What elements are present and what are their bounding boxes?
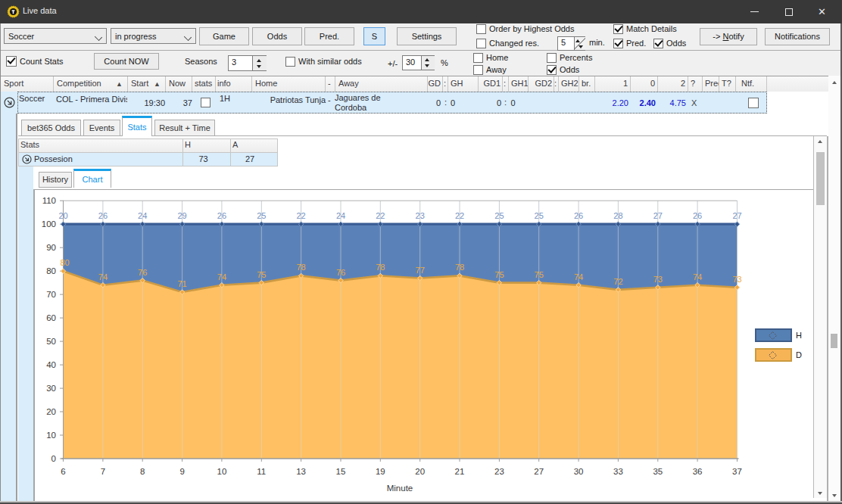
svg-text:20: 20	[46, 407, 56, 416]
svg-text:75: 75	[494, 270, 504, 279]
svg-text:73: 73	[653, 275, 663, 284]
svg-text:25: 25	[494, 211, 504, 220]
svg-text:20: 20	[415, 467, 425, 476]
svg-text:75: 75	[535, 270, 544, 279]
svg-text:80: 80	[46, 266, 56, 275]
svg-text:28: 28	[613, 211, 622, 220]
svg-text:7: 7	[101, 467, 105, 476]
svg-text:24: 24	[138, 211, 147, 220]
svg-text:22: 22	[296, 211, 305, 220]
svg-text:15: 15	[336, 467, 346, 476]
svg-text:33: 33	[613, 467, 623, 476]
svg-text:73: 73	[732, 275, 741, 284]
svg-text:27: 27	[732, 211, 741, 220]
svg-text:27: 27	[653, 211, 663, 220]
svg-text:76: 76	[336, 268, 345, 277]
svg-text:0: 0	[51, 454, 56, 463]
svg-text:21: 21	[455, 467, 465, 476]
svg-text:80: 80	[60, 258, 69, 267]
svg-text:110: 110	[42, 196, 56, 205]
svg-text:9: 9	[179, 467, 184, 476]
svg-text:74: 74	[217, 272, 226, 282]
svg-text:26: 26	[98, 211, 108, 220]
svg-text:8: 8	[140, 467, 145, 476]
svg-text:74: 74	[574, 272, 583, 282]
svg-text:77: 77	[416, 266, 425, 275]
svg-text:26: 26	[574, 211, 583, 220]
svg-text:72: 72	[613, 277, 622, 286]
svg-text:10: 10	[217, 467, 227, 476]
svg-text:75: 75	[257, 270, 266, 279]
svg-text:70: 70	[46, 290, 56, 299]
svg-text:90: 90	[46, 243, 56, 252]
svg-text:74: 74	[98, 272, 108, 282]
svg-text:10: 10	[46, 431, 56, 440]
svg-text:22: 22	[455, 211, 464, 220]
svg-text:71: 71	[177, 279, 186, 288]
svg-text:23: 23	[494, 467, 504, 476]
svg-text:78: 78	[455, 263, 464, 272]
svg-text:76: 76	[138, 268, 147, 277]
svg-text:25: 25	[257, 211, 266, 220]
svg-text:35: 35	[653, 467, 663, 476]
svg-text:50: 50	[46, 337, 56, 346]
svg-text:36: 36	[693, 467, 703, 476]
svg-text:60: 60	[46, 313, 56, 322]
svg-text:29: 29	[177, 211, 186, 220]
svg-text:78: 78	[376, 263, 385, 272]
svg-text:6: 6	[61, 467, 65, 476]
svg-text:19: 19	[376, 467, 385, 476]
svg-text:30: 30	[46, 384, 56, 393]
svg-text:24: 24	[336, 211, 345, 220]
svg-text:Minute: Minute	[387, 484, 413, 493]
svg-text:11: 11	[257, 467, 266, 476]
svg-text:40: 40	[46, 360, 56, 369]
svg-text:13: 13	[296, 467, 306, 476]
svg-text:78: 78	[296, 263, 305, 272]
svg-text:25: 25	[535, 211, 544, 220]
svg-text:27: 27	[534, 467, 544, 476]
svg-text:30: 30	[574, 467, 584, 476]
svg-text:100: 100	[42, 219, 56, 229]
svg-text:74: 74	[693, 272, 702, 282]
svg-text:23: 23	[416, 211, 425, 220]
svg-text:37: 37	[732, 467, 742, 476]
svg-text:26: 26	[217, 211, 226, 220]
svg-text:26: 26	[693, 211, 702, 220]
svg-text:22: 22	[376, 211, 385, 220]
svg-text:20: 20	[58, 211, 67, 220]
